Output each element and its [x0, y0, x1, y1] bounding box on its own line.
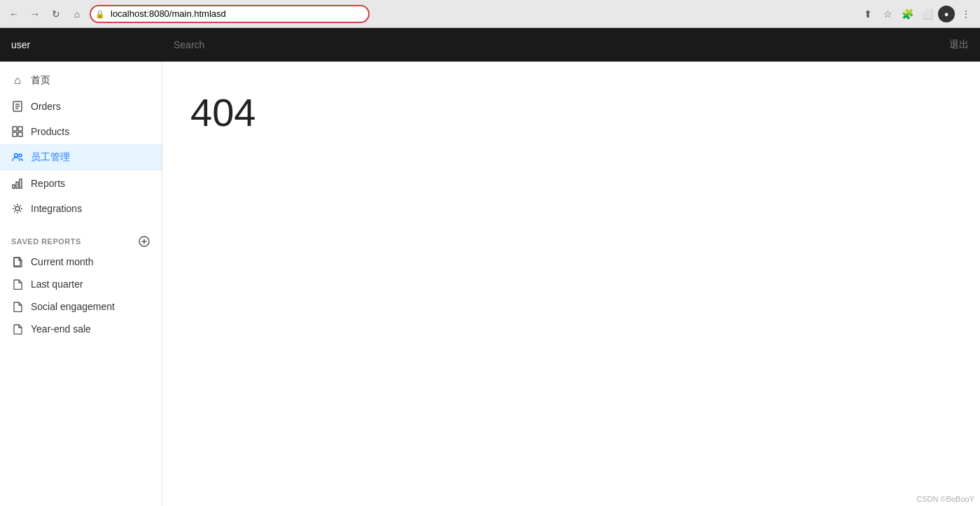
right-container: 退出 404 [162, 28, 980, 506]
split-view-icon[interactable]: ⬜ [918, 6, 935, 22]
report-file-icon-2 [11, 302, 24, 312]
svg-rect-11 [16, 182, 18, 188]
back-button[interactable]: ← [6, 6, 22, 22]
report-file-icon-3 [11, 324, 24, 335]
lock-icon: 🔒 [95, 9, 105, 18]
integrations-icon [11, 203, 24, 214]
report-file-icon-0 [11, 257, 24, 267]
sidebar-item-integrations-label: Integrations [31, 203, 82, 214]
refresh-button[interactable]: ↻ [48, 6, 64, 22]
svg-rect-4 [13, 127, 17, 131]
profile-avatar[interactable]: ● [938, 6, 955, 22]
main-content: 404 [162, 62, 980, 506]
sidebar-container: user ⌂ 首页 Orders Products [0, 28, 162, 506]
orders-icon [11, 101, 24, 112]
home-button[interactable]: ⌂ [69, 6, 85, 22]
employees-icon [11, 152, 24, 163]
user-label: user [11, 39, 30, 50]
reports-icon [11, 178, 24, 189]
sidebar-item-employees[interactable]: 员工管理 [0, 144, 162, 171]
sidebar-header: user [0, 28, 162, 62]
svg-rect-10 [13, 185, 15, 188]
error-code: 404 [190, 90, 255, 135]
sidebar-item-integrations[interactable]: Integrations [0, 196, 162, 221]
sidebar-item-employees-label: 员工管理 [31, 151, 70, 164]
browser-chrome: ← → ↻ ⌂ 🔒 ⬆ ☆ 🧩 ⬜ ● ⋮ [0, 0, 980, 28]
menu-icon[interactable]: ⋮ [958, 6, 974, 22]
share-icon[interactable]: ⬆ [860, 6, 876, 22]
saved-reports-list: Current month Last quarter Social engage… [0, 251, 162, 340]
saved-report-current-month-label: Current month [31, 256, 93, 267]
address-bar-wrapper: 🔒 [90, 5, 370, 23]
watermark: CSDN ©BoBooY [916, 495, 974, 503]
home-icon: ⌂ [11, 74, 24, 87]
app-header: 退出 [162, 28, 980, 62]
sidebar-nav: ⌂ 首页 Orders Products 员工管理 [0, 62, 162, 227]
sidebar-item-orders[interactable]: Orders [0, 94, 162, 119]
sidebar-item-reports-label: Reports [31, 178, 65, 189]
svg-point-9 [19, 154, 22, 157]
svg-rect-7 [18, 132, 22, 136]
sidebar-item-home-label: 首页 [31, 74, 50, 87]
svg-point-8 [15, 154, 18, 157]
sidebar-item-products[interactable]: Products [0, 119, 162, 144]
bookmark-icon[interactable]: ☆ [879, 6, 896, 22]
address-bar-input[interactable] [90, 5, 370, 23]
logout-button[interactable]: 退出 [949, 38, 969, 51]
svg-rect-6 [13, 132, 17, 136]
sidebar-item-home[interactable]: ⌂ 首页 [0, 67, 162, 94]
saved-report-year-end-sale[interactable]: Year-end sale [0, 318, 162, 340]
saved-report-last-quarter-label: Last quarter [31, 279, 83, 290]
saved-reports-label: SAVED REPORTS [11, 237, 81, 246]
extension-icon[interactable]: 🧩 [899, 6, 916, 22]
browser-actions: ⬆ ☆ 🧩 ⬜ ● ⋮ [860, 6, 974, 22]
main-layout: user ⌂ 首页 Orders Products [0, 28, 980, 506]
products-icon [11, 126, 24, 137]
svg-point-13 [15, 206, 20, 211]
add-saved-report-button[interactable] [138, 235, 150, 248]
saved-report-social-engagement[interactable]: Social engagement [0, 295, 162, 318]
saved-report-year-end-sale-label: Year-end sale [31, 323, 91, 335]
saved-report-social-engagement-label: Social engagement [31, 301, 115, 312]
report-file-icon-1 [11, 279, 24, 290]
sidebar-item-products-label: Products [31, 126, 69, 137]
saved-report-last-quarter[interactable]: Last quarter [0, 273, 162, 295]
forward-button[interactable]: → [27, 6, 43, 22]
search-input[interactable] [174, 39, 941, 50]
saved-reports-section: SAVED REPORTS [0, 227, 162, 251]
svg-rect-12 [20, 179, 22, 188]
sidebar-item-reports[interactable]: Reports [0, 171, 162, 196]
sidebar-item-orders-label: Orders [31, 101, 61, 112]
svg-rect-5 [18, 127, 22, 131]
saved-report-current-month[interactable]: Current month [0, 251, 162, 273]
